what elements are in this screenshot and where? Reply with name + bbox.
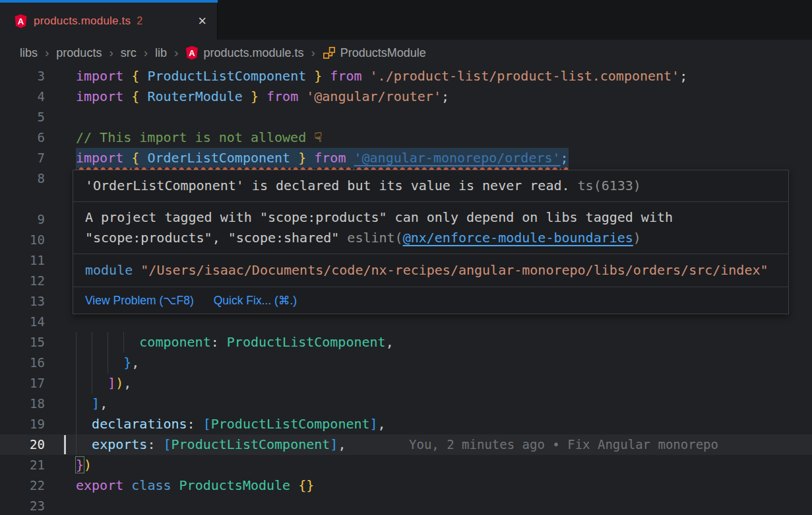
code-line-15[interactable]: 15 component: ProductListComponent, <box>0 332 812 353</box>
quick-fix-action[interactable]: Quick Fix... (⌘.) <box>214 294 297 308</box>
token: } <box>243 88 266 104</box>
token: ; <box>561 150 569 166</box>
tab-filename: products.module.ts <box>34 15 131 28</box>
code-line-20[interactable]: 20 exports: [ProductListComponent],You, … <box>0 434 812 455</box>
token: , <box>386 334 394 350</box>
token: } <box>123 355 131 370</box>
token: component <box>139 334 210 350</box>
breadcrumb-separator: › <box>174 46 178 60</box>
token: import <box>76 150 131 166</box>
token: ProductListComponent <box>147 68 306 84</box>
code-line-21[interactable]: 21}) <box>0 455 812 475</box>
hover-status-bar: View Problem (⌥F8)Quick Fix... (⌘.) <box>73 287 788 314</box>
breadcrumb-label: libs <box>20 46 38 60</box>
breadcrumb-item-products[interactable]: products <box>56 46 102 60</box>
token: , <box>100 395 108 411</box>
token: } <box>306 68 330 84</box>
gutter-line-number: 16 <box>0 353 45 373</box>
token: from <box>330 68 369 84</box>
breadcrumb-item-products-module-ts[interactable]: Aproducts.module.ts <box>185 46 303 60</box>
token: ProductListComponent <box>227 334 386 350</box>
token: from <box>314 150 354 166</box>
gutter-line-number: 18 <box>0 394 45 414</box>
token: } <box>290 150 314 166</box>
view-problem-action[interactable]: View Problem (⌥F8) <box>85 294 194 308</box>
code-line-23[interactable]: 23 <box>0 496 812 515</box>
git-blame-annotation: You, 2 minutes ago • Fix Angular monorep… <box>409 434 718 455</box>
breadcrumb-separator: › <box>311 46 315 60</box>
token: ) <box>115 375 123 391</box>
angular-icon: A <box>15 15 27 28</box>
gutter-line-number: 10 <box>0 230 45 250</box>
token: [ <box>203 416 211 432</box>
code-line-5[interactable]: 5 <box>0 107 812 127</box>
gutter-line-number: 11 <box>0 250 45 271</box>
breadcrumb-item-lib[interactable]: lib <box>155 46 167 60</box>
code-line-3[interactable]: 3import { ProductListComponent } from '.… <box>0 66 812 86</box>
token: import <box>76 68 131 84</box>
editor-tab[interactable]: A products.module.ts 2 × <box>0 0 218 40</box>
gutter-line-number: 22 <box>0 475 45 496</box>
nx-rule-link[interactable]: @nx/enforce-module-boundaries <box>403 230 633 246</box>
code-text: component: ProductListComponent, <box>76 332 394 353</box>
gutter-line-number: 9 <box>0 209 45 230</box>
current-line-marker <box>64 435 66 454</box>
angular-icon: A <box>185 46 198 60</box>
breadcrumb-label: products <box>56 46 102 60</box>
breadcrumb-separator: › <box>144 46 148 60</box>
gutter-line-number: 14 <box>0 312 45 332</box>
code-line-19[interactable]: 19 declarations: [ProductListComponent], <box>0 414 812 434</box>
code-line-7[interactable]: 7import { OrderListComponent } from '@an… <box>0 148 812 168</box>
token: { <box>131 68 147 84</box>
code-line-22[interactable]: 22export class ProductsModule {} <box>0 475 812 496</box>
breadcrumb-item-libs[interactable]: libs <box>20 46 38 60</box>
breadcrumb-separator: › <box>45 46 49 60</box>
token <box>76 334 139 350</box>
token: ] <box>370 416 378 432</box>
code-line-18[interactable]: 18 ], <box>0 394 812 414</box>
breadcrumb: libs›products›src›lib›Aproducts.module.t… <box>0 40 812 66</box>
token: import <box>76 88 131 104</box>
code-line-4[interactable]: 4import { RouterModule } from '@angular/… <box>0 86 812 107</box>
gutter-line-number: 17 <box>0 373 45 394</box>
token: ProductsModule <box>179 477 299 493</box>
breadcrumb-item-src[interactable]: src <box>121 46 137 60</box>
token: './product-list/product-list.component' <box>370 68 680 84</box>
token: ] <box>330 436 338 452</box>
gutter-line-number: 5 <box>0 107 45 127</box>
code-text: ], <box>76 394 108 414</box>
token: ☟ <box>314 129 322 145</box>
code-line-14[interactable]: 14 <box>0 312 812 332</box>
gutter-line-number: 12 <box>0 271 45 291</box>
token: ; <box>679 68 687 84</box>
token: // This import is not allowed <box>76 129 314 145</box>
error-hover-popup: 'OrderListComponent' is declared but its… <box>73 170 789 314</box>
code-line-17[interactable]: 17 ]), <box>0 373 812 394</box>
code-line-6[interactable]: 6// This import is not allowed ☟ <box>0 127 812 148</box>
gutter-line-number: 23 <box>0 496 45 515</box>
hover-text: ) <box>633 230 641 246</box>
hover-text: module <box>85 262 141 278</box>
token: , <box>338 436 346 452</box>
token <box>76 395 92 411</box>
token: exports <box>92 436 147 452</box>
code-line-16[interactable]: 16 }, <box>0 353 812 373</box>
token: export <box>76 477 131 493</box>
tab-close-icon[interactable]: × <box>198 14 206 28</box>
breadcrumb-label: products.module.ts <box>203 46 303 60</box>
tab-bar: A products.module.ts 2 × <box>0 0 812 40</box>
import-path-link[interactable]: '@angular-monorepo/orders' <box>354 150 560 166</box>
token: { <box>131 88 147 104</box>
token: , <box>131 355 139 370</box>
token: ProductListComponent <box>172 436 330 452</box>
hover-text: ts(6133) <box>570 178 641 193</box>
gutter-line-number: 6 <box>0 127 45 148</box>
code-text: }, <box>76 353 139 373</box>
hover-text: "/Users/isaac/Documents/code/nx-recipes/… <box>141 262 768 278</box>
code-text: import { RouterModule } from '@angular/r… <box>76 86 449 107</box>
breadcrumb-item-productsmodule[interactable]: ProductsModule <box>323 46 426 60</box>
token: { <box>131 150 147 166</box>
hover-text: 'OrderListComponent' is declared but its… <box>85 178 570 193</box>
token: {} <box>298 477 314 493</box>
code-text: }) <box>76 455 92 475</box>
